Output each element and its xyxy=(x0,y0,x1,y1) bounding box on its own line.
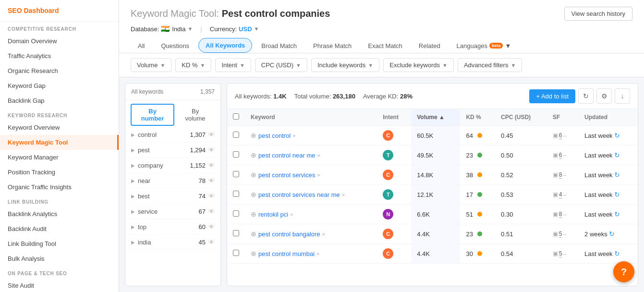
eye-icon[interactable]: 👁 xyxy=(208,239,215,246)
sf-number: 4 xyxy=(559,191,562,198)
title-prefix: Keyword Magic Tool: xyxy=(131,8,219,19)
kd-cell: 23 xyxy=(460,146,495,165)
table-row: ⊕ pest control near me » T 49.5K 23 0.50… xyxy=(227,146,638,165)
left-panel-item[interactable]: ▶ india 45 👁 xyxy=(125,235,220,250)
left-panel-item[interactable]: ▶ top 60 👁 xyxy=(125,219,220,235)
sidebar-item-position-tracking[interactable]: Position Tracking xyxy=(0,165,119,180)
left-panel-item[interactable]: ▶ best 74 👁 xyxy=(125,189,220,204)
refresh-icon[interactable]: ↻ xyxy=(614,171,620,179)
add-to-list-button[interactable]: + Add to list xyxy=(529,89,575,103)
table-row: ⊕ pest control bangalore » C 4.4K 23 0.5… xyxy=(227,224,638,244)
eye-icon[interactable]: 👁 xyxy=(208,131,215,138)
sf-icon: ▣ xyxy=(553,152,558,158)
sf-number: 8 xyxy=(559,211,562,218)
sidebar-item-backlink-analytics[interactable]: Backlink Analytics xyxy=(0,207,119,221)
sidebar-item-organic-research[interactable]: Organic Research xyxy=(0,63,119,78)
left-panel-item[interactable]: ▶ control 1,307 👁 xyxy=(125,127,220,143)
sidebar-item-domain-overview[interactable]: Domain Overview xyxy=(0,34,119,49)
sf-icon: ▣ xyxy=(553,231,558,237)
keyword-link[interactable]: ⊕ pest control » xyxy=(251,132,371,139)
sidebar-item-organic-traffic-insights[interactable]: Organic Traffic Insights xyxy=(0,180,119,195)
left-panel-item[interactable]: ▶ pest 1,294 👁 xyxy=(125,143,220,158)
tabs-row: AllQuestionsAll KeywordsBroad MatchPhras… xyxy=(131,38,632,53)
tab-questions[interactable]: Questions xyxy=(154,38,196,53)
filter-exclude-keywords[interactable]: Exclude keywords ▼ xyxy=(383,58,454,72)
row-checkbox[interactable] xyxy=(233,230,239,236)
left-panel-count: 1,357 xyxy=(200,88,215,95)
filter-include-keywords[interactable]: Include keywords ▼ xyxy=(311,58,379,72)
currency-selector[interactable]: Currency: USD ▼ xyxy=(210,25,259,33)
kd-cell: 30 xyxy=(460,244,495,264)
summary-volume-value: 263,180 xyxy=(333,93,355,100)
tab-languages[interactable]: Languages beta ▼ xyxy=(450,38,519,53)
sidebar-item-backlink-gap[interactable]: Backlink Gap xyxy=(0,93,119,108)
sidebar-item-link-building-tool[interactable]: Link Building Tool xyxy=(0,236,119,251)
refresh-icon[interactable]: ↻ xyxy=(614,210,620,218)
filter-intent[interactable]: Intent ▼ xyxy=(215,58,251,72)
sidebar-item-keyword-manager[interactable]: Keyword Manager xyxy=(0,150,119,165)
refresh-icon[interactable]: ↻ xyxy=(614,151,620,159)
filter-volume[interactable]: Volume ▼ xyxy=(131,58,171,72)
row-checkbox[interactable] xyxy=(233,171,239,177)
help-button[interactable]: ? xyxy=(613,261,634,282)
keyword-link[interactable]: ⊕ pest control services near me » xyxy=(251,191,371,198)
row-checkbox[interactable] xyxy=(233,132,239,138)
refresh-icon[interactable]: ↻ xyxy=(614,132,620,139)
cpc-cell: 0.45 xyxy=(495,126,547,146)
eye-icon[interactable]: 👁 xyxy=(208,223,215,231)
left-panel-item[interactable]: ▶ service 67 👁 xyxy=(125,204,220,219)
filter-cpc[interactable]: CPC (USD) ▼ xyxy=(255,58,307,72)
tab-exact-match[interactable]: Exact Match xyxy=(361,38,410,53)
sidebar-item-keyword-overview[interactable]: Keyword Overview xyxy=(0,120,119,135)
sidebar-item-bulk-analysis[interactable]: Bulk Analysis xyxy=(0,251,119,266)
left-panel-item[interactable]: ▶ company 1,152 👁 xyxy=(125,158,220,173)
table-row: ⊕ pest control services » C 14.8K 38 0.5… xyxy=(227,165,638,185)
filter-kd[interactable]: KD % ▼ xyxy=(175,58,211,72)
row-checkbox[interactable] xyxy=(233,151,239,158)
plus-icon: ⊕ xyxy=(251,132,256,139)
sf-cell: ▣ 8 -- xyxy=(547,205,579,224)
cpc-cell: 0.30 xyxy=(495,205,547,224)
refresh-button[interactable]: ↻ xyxy=(578,88,594,104)
keyword-link[interactable]: ⊕ pest control bangalore » xyxy=(251,230,371,238)
col-volume[interactable]: Volume ▲ xyxy=(411,109,460,126)
sort-btn-by-volume[interactable]: By volume xyxy=(176,104,215,125)
refresh-icon[interactable]: ↻ xyxy=(614,250,620,257)
filter-advanced-filters[interactable]: Advanced filters ▼ xyxy=(458,58,522,72)
select-all-checkbox[interactable] xyxy=(233,113,239,120)
view-history-button[interactable]: View search history xyxy=(564,7,632,21)
tab-all-keywords[interactable]: All Keywords xyxy=(198,38,252,53)
sidebar-item-backlink-audit[interactable]: Backlink Audit xyxy=(0,221,119,236)
sidebar-item-site-audit[interactable]: Site Audit xyxy=(0,278,119,292)
left-panel-item[interactable]: ▶ near 78 👁 xyxy=(125,173,220,189)
refresh-icon[interactable]: ↻ xyxy=(614,191,620,198)
sidebar-item-keyword-magic-tool[interactable]: Keyword Magic Tool xyxy=(0,135,119,150)
tab-related[interactable]: Related xyxy=(412,38,448,53)
intent-badge: T xyxy=(383,189,393,200)
plus-icon: ⊕ xyxy=(251,230,256,238)
database-selector[interactable]: Database: 🇮🇳 India ▼ xyxy=(131,24,193,33)
eye-icon[interactable]: 👁 xyxy=(208,193,215,200)
row-checkbox[interactable] xyxy=(233,250,239,256)
settings-button[interactable]: ⚙ xyxy=(596,88,612,104)
sort-btn-by-number[interactable]: By number xyxy=(131,104,174,126)
export-button[interactable]: ↓ xyxy=(615,88,630,104)
eye-icon[interactable]: 👁 xyxy=(208,177,215,184)
eye-icon[interactable]: 👁 xyxy=(208,146,215,154)
refresh-icon[interactable]: ↻ xyxy=(609,230,615,238)
keyword-link[interactable]: ⊕ pest control services » xyxy=(251,171,371,179)
intent-badge: C xyxy=(383,229,393,239)
eye-icon[interactable]: 👁 xyxy=(208,162,215,169)
sidebar-item-traffic-analytics[interactable]: Traffic Analytics xyxy=(0,49,119,63)
sidebar-item-keyword-gap[interactable]: Keyword Gap xyxy=(0,78,119,93)
keyword-link[interactable]: ⊕ pest control near me » xyxy=(251,151,371,159)
tab-all[interactable]: All xyxy=(131,38,152,53)
tab-phrase-match[interactable]: Phrase Match xyxy=(306,38,359,53)
row-checkbox[interactable] xyxy=(233,210,239,217)
keyword-link[interactable]: ⊕ rentokil pci » xyxy=(251,210,371,218)
row-checkbox[interactable] xyxy=(233,191,239,197)
keyword-link[interactable]: ⊕ pest control mumbai » xyxy=(251,250,371,257)
eye-icon[interactable]: 👁 xyxy=(208,208,215,215)
main-header: Keyword Magic Tool: Pest control compani… xyxy=(119,0,644,53)
tab-broad-match[interactable]: Broad Match xyxy=(254,38,304,53)
